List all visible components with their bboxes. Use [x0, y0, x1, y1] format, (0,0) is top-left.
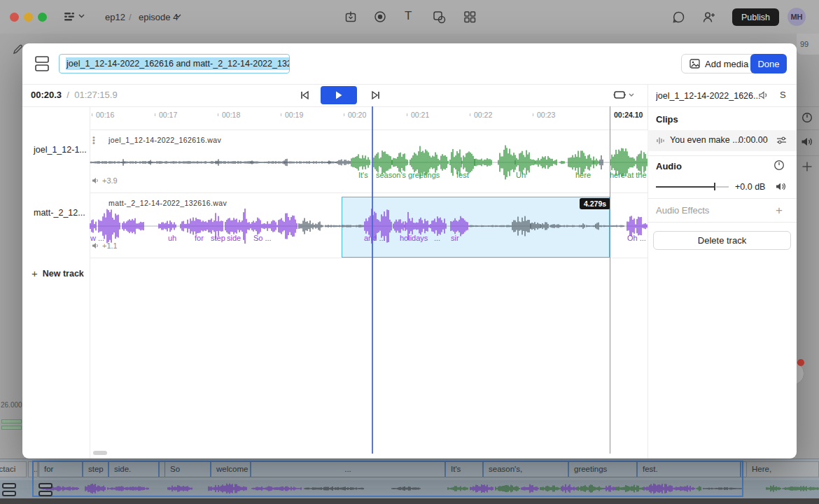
word-label[interactable]: Oh ...: [627, 234, 646, 242]
ruler-tick: [344, 113, 344, 116]
word-label[interactable]: here at the: [610, 171, 647, 179]
sequence-title-input[interactable]: joel_1_12-14-2022_162616 and matt-_2_12-…: [59, 54, 290, 74]
track-gain[interactable]: +3.9: [92, 176, 118, 185]
timeline[interactable]: 00:1600:1700:1800:1900:2000:2100:2200:23…: [90, 106, 648, 458]
add-media-button[interactable]: Add media: [681, 54, 757, 74]
word-label[interactable]: fest: [456, 171, 469, 179]
loop-range-icon[interactable]: [613, 90, 626, 100]
ruler-label: 00:16: [96, 111, 114, 119]
clip-waveform-icon: [656, 136, 665, 145]
done-button[interactable]: Done: [750, 54, 787, 74]
image-icon: [690, 59, 700, 69]
screen: ep12 / episode 4 T Publish MH 26.000: [0, 0, 819, 504]
mute-icon[interactable]: [759, 91, 769, 99]
volume-slider-rest: [716, 186, 729, 188]
track-name[interactable]: joel_1_12-1...: [34, 145, 87, 155]
word-label[interactable]: greetings: [408, 171, 440, 179]
word-label[interactable]: So ...: [253, 234, 272, 242]
ruler-tick: [533, 113, 533, 116]
clip-row[interactable]: You even make ... 0:00.00: [648, 130, 797, 151]
clips-header: Clips: [656, 114, 678, 125]
ruler-label: 00:23: [537, 111, 555, 119]
word-label[interactable]: and ...: [364, 234, 386, 242]
word-label[interactable]: It's: [358, 171, 368, 179]
ruler-tick: [470, 113, 470, 116]
track-gain[interactable]: +1.1: [92, 241, 118, 250]
selection-duration-badge: 4.279s: [580, 198, 610, 209]
clip-name: You even make ...: [670, 135, 740, 145]
track-speaker-icon[interactable]: [776, 182, 786, 191]
waveform-track-1[interactable]: [90, 130, 648, 192]
time-display: 00:20.3 / 01:27:15.9: [31, 90, 118, 100]
add-effect-icon[interactable]: +: [776, 204, 783, 218]
ruler-label: 00:17: [159, 111, 177, 119]
ruler-end-label: 00:24.10: [614, 111, 643, 119]
skip-back-icon[interactable]: [300, 90, 309, 100]
ruler-label: 00:20: [348, 111, 366, 119]
word-label[interactable]: Uh: [516, 171, 526, 179]
ruler-label: 00:18: [222, 111, 240, 119]
word-label[interactable]: holidays: [400, 234, 428, 242]
track-name[interactable]: matt-_2_12...: [34, 208, 85, 218]
volume-slider-track[interactable]: [656, 186, 715, 188]
ruler-tick: [155, 113, 155, 116]
ruler-tick: [218, 113, 218, 116]
clip-settings-icon[interactable]: [776, 136, 787, 145]
sequence-editor-dialog: joel_1_12-14-2022_162616 and matt-_2_12-…: [22, 43, 797, 458]
sequence-icon[interactable]: [34, 55, 50, 73]
automation-clock-icon[interactable]: [774, 160, 785, 171]
word-label[interactable]: uh: [168, 234, 176, 242]
solo-button[interactable]: S: [780, 90, 786, 100]
horizontal-scrollbar[interactable]: [93, 451, 107, 455]
new-track-button[interactable]: +New track: [31, 267, 84, 279]
sequence-end-marker[interactable]: [610, 106, 610, 454]
track-label-column: joel_1_12-1... matt-_2_12... +New track: [22, 106, 90, 458]
word-label[interactable]: step: [211, 234, 225, 242]
ruler-tick: [92, 113, 92, 116]
audio-effects-header: Audio Effects: [656, 205, 709, 216]
word-label[interactable]: sir: [451, 234, 459, 242]
volume-value: +0.0 dB: [735, 182, 765, 192]
volume-slider-handle[interactable]: [714, 183, 715, 190]
ruler-label: 00:21: [411, 111, 429, 119]
ruler-label: 00:22: [474, 111, 492, 119]
skip-forward-icon[interactable]: [371, 90, 381, 100]
word-label[interactable]: here: [575, 171, 591, 179]
loop-chevron-icon[interactable]: [629, 93, 634, 97]
ruler-tick: [281, 113, 281, 116]
waveform-track-2[interactable]: [90, 192, 648, 258]
audio-header: Audio: [656, 161, 682, 172]
inspector-track-title: joel_1_12-14-2022_1626...: [656, 91, 761, 101]
ruler-label: 00:19: [285, 111, 303, 119]
delete-track-button[interactable]: Delete track: [653, 231, 791, 250]
clip-start-time: 0:00.00: [738, 135, 768, 145]
word-label[interactable]: season's: [376, 171, 406, 179]
plus-icon: +: [31, 267, 38, 279]
playhead[interactable]: [372, 106, 373, 454]
ruler-tick: [407, 113, 407, 116]
word-label[interactable]: for: [195, 234, 204, 242]
play-button[interactable]: [321, 86, 357, 104]
word-label[interactable]: side: [227, 234, 241, 242]
timeline-ruler[interactable]: 00:1600:1700:1800:1900:2000:2100:2200:23: [90, 106, 648, 130]
word-label[interactable]: ...: [434, 234, 440, 242]
